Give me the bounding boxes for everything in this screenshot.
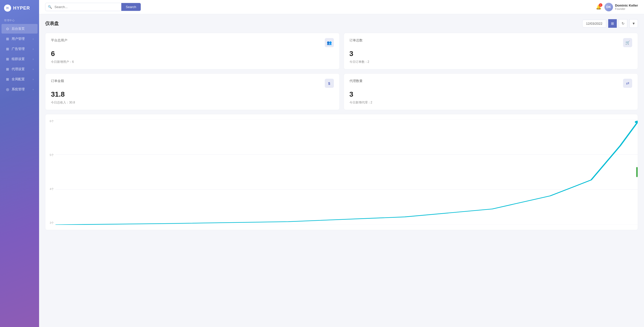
stat-value-order-amount: 31.8 — [51, 90, 334, 98]
chart-y-label-5: 5个 — [45, 153, 55, 157]
chart-card: 6个 5个 4个 3个 — [45, 114, 638, 230]
view-refresh-button[interactable]: ↻ — [619, 19, 627, 28]
sidebar-item-global[interactable]: ⊞ 全局配置 › — [2, 74, 38, 84]
chart-svg — [55, 119, 638, 225]
sidebar-item-ads[interactable]: ⊞ 广告管理 › — [2, 44, 38, 54]
search-button[interactable]: Search — [121, 3, 141, 11]
agent-count-icon: ⇄ — [623, 79, 632, 88]
chart-svg-area — [55, 119, 638, 225]
page-header-actions: 12/03/2022 ⊞ ↻ ▼ — [582, 19, 638, 28]
view-filter-button[interactable]: ▼ — [629, 19, 638, 28]
notification-badge: 1 — [599, 3, 602, 7]
header: 🔍 Search 🔔 1 DK Dominic Keller Founder — [39, 0, 644, 14]
agent-icon: ⊞ — [6, 67, 10, 71]
page-header: 仪表盘 12/03/2022 ⊞ ↻ ▼ — [45, 19, 638, 28]
view-grid-button[interactable]: ⊞ — [608, 19, 617, 28]
stat-title-agent-count: 代理数量 — [349, 79, 363, 83]
ads-icon: ⊞ — [6, 47, 10, 51]
dollar-icon: $ — [325, 79, 334, 88]
sidebar-item-label: 广告管理 — [12, 47, 25, 51]
chart-y-labels: 6个 5个 4个 3个 — [45, 119, 55, 225]
content-area: 仪表盘 12/03/2022 ⊞ ↻ ▼ 平台总用户 👥 6 今日新增用户：6 — [39, 14, 644, 327]
chart-line — [55, 122, 638, 225]
stat-value-total-orders: 3 — [349, 50, 632, 58]
user-role: Founder — [615, 7, 638, 10]
chart-y-label-4: 4个 — [45, 187, 55, 191]
stat-card-total-users: 平台总用户 👥 6 今日新增用户：6 — [45, 33, 340, 69]
chevron-right-icon: › — [33, 78, 34, 81]
stat-value-agent-count: 3 — [349, 90, 632, 98]
sidebar: H HYPER 管理中心 ⊙ 后台首页 ⊞ 用户管理 › ⊞ 广告管理 › ⊞ … — [0, 0, 39, 327]
chart-y-label-6: 6个 — [45, 119, 55, 123]
home-icon: ⊙ — [6, 27, 10, 31]
sidebar-item-label: 组群设置 — [12, 57, 25, 61]
notification-bell[interactable]: 🔔 1 — [596, 4, 601, 10]
page-title: 仪表盘 — [45, 20, 59, 26]
stats-grid: 平台总用户 👥 6 今日新增用户：6 订单总数 🛒 3 今日订单数：2 订单金额 — [45, 33, 638, 110]
sidebar-item-label: 用户管理 — [12, 37, 25, 41]
stat-value-total-users: 6 — [51, 50, 334, 58]
user-name: Dominic Keller — [615, 4, 638, 7]
stat-title-total-orders: 订单总数 — [349, 38, 363, 43]
global-icon: ⊞ — [6, 77, 10, 81]
chevron-right-icon: › — [33, 38, 34, 40]
users-icon: 👥 — [325, 38, 334, 47]
sidebar-item-agent[interactable]: ⊞ 代理设置 › — [2, 64, 38, 74]
sidebar-item-label: 代理设置 — [12, 67, 25, 71]
sidebar-section-label: 管理中心 — [0, 16, 39, 24]
search-input[interactable] — [54, 3, 121, 11]
chart-side-indicator — [636, 167, 638, 177]
stat-title-order-amount: 订单金额 — [51, 79, 64, 83]
search-wrapper: 🔍 Search — [45, 3, 141, 11]
sidebar-item-system[interactable]: ◎ 系统管理 › — [2, 85, 38, 94]
avatar: DK — [604, 3, 613, 11]
stat-card-total-orders: 订单总数 🛒 3 今日订单数：2 — [344, 33, 638, 69]
users-menu-icon: ⊞ — [6, 37, 10, 41]
stat-card-order-amount: 订单金额 $ 31.8 今日总收入：30.8 — [45, 73, 340, 110]
chart-y-label-3: 3个 — [45, 221, 55, 225]
app-logo: H HYPER — [0, 0, 39, 16]
sidebar-item-home[interactable]: ⊙ 后台首页 — [2, 24, 38, 34]
chevron-right-icon: › — [33, 68, 34, 71]
sidebar-item-label: 系统管理 — [12, 87, 25, 92]
stat-sub-total-orders: 今日订单数：2 — [349, 60, 632, 64]
stat-sub-agent-count: 今日新增代理：2 — [349, 100, 632, 105]
logo-icon: H — [4, 5, 11, 12]
stat-card-agent-count: 代理数量 ⇄ 3 今日新增代理：2 — [344, 73, 638, 110]
chevron-right-icon: › — [33, 88, 34, 91]
main-area: 🔍 Search 🔔 1 DK Dominic Keller Founder 仪… — [39, 0, 644, 327]
sidebar-item-group[interactable]: ⊞ 组群设置 › — [2, 54, 38, 64]
system-icon: ◎ — [6, 87, 10, 91]
search-icon: 🔍 — [45, 5, 54, 9]
sidebar-item-label: 全局配置 — [12, 77, 25, 81]
user-menu[interactable]: DK Dominic Keller Founder — [604, 3, 638, 11]
group-icon: ⊞ — [6, 57, 10, 61]
stat-title-total-users: 平台总用户 — [51, 38, 67, 43]
sidebar-item-users[interactable]: ⊞ 用户管理 › — [2, 34, 38, 44]
chevron-right-icon: › — [33, 48, 34, 50]
date-display: 12/03/2022 — [582, 20, 606, 28]
chevron-right-icon: › — [33, 58, 34, 61]
chart-dot — [635, 121, 638, 123]
stat-sub-total-users: 今日新增用户：6 — [51, 60, 334, 64]
orders-icon: 🛒 — [623, 38, 632, 47]
sidebar-item-label: 后台首页 — [12, 26, 25, 31]
stat-sub-order-amount: 今日总收入：30.8 — [51, 100, 334, 105]
